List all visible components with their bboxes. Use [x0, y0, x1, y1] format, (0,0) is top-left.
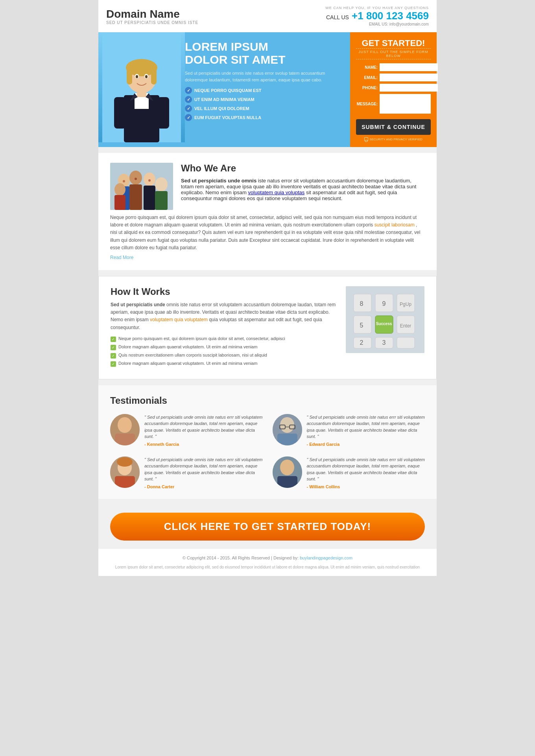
who-we-are-image: [110, 163, 173, 210]
testimonial-name-1: - Kenneth Garcia: [144, 442, 263, 447]
green-check-1: [111, 337, 116, 342]
how-item-2: Dolore magnam aliquam quaerat voluptatem…: [111, 344, 338, 350]
svg-rect-45: [397, 337, 415, 348]
footer-copyright: © Copyright 2014 - 2015. All Rights Rese…: [110, 555, 425, 561]
domain-name: Domain Name: [106, 8, 198, 20]
email-field-group: EMAIL:: [356, 74, 431, 81]
lock-icon: [364, 137, 368, 141]
testimonial-text-4: " Sed ut perspiciatis unde omnis iste na…: [307, 456, 425, 482]
how-content: How It Works Sed ut perspiciatis unde om…: [111, 286, 338, 369]
header-logo: Domain Name SED UT PERSPICIATIS UNDE OMN…: [106, 8, 198, 25]
how-inner-layout: How It Works Sed ut perspiciatis unde om…: [111, 286, 424, 369]
how-title: How It Works: [111, 286, 338, 297]
footer-link[interactable]: buylandingpagedesign.com: [300, 556, 352, 560]
email-link[interactable]: info@yourdomain.com: [389, 22, 429, 26]
testimonial-content-3: " Sed ut perspiciatis unde omnis iste na…: [144, 456, 263, 489]
who-paragraph-1: Sed ut perspiciatis unde omnis iste natu…: [181, 178, 425, 201]
testimonial-photo-4: [273, 456, 302, 488]
testimonial-1: " Sed ut perspiciatis unde omnis iste na…: [110, 414, 263, 447]
email-input[interactable]: [380, 74, 438, 81]
form-title: GET STARTED!: [356, 38, 431, 48]
green-check-2: [111, 345, 116, 350]
svg-rect-22: [144, 186, 155, 210]
hero-description: Sed ut perspiciatis unde omnis iste natu…: [185, 70, 346, 83]
who-link-1[interactable]: voluptatem quia voluptas: [248, 189, 305, 195]
who-link-2[interactable]: suscipit laboriosam: [374, 222, 415, 228]
checklist-item-2: UT ENIM AD MINIMA VENIAM: [185, 96, 346, 103]
phone-number: CALL US +1 800 123 4569: [325, 10, 429, 22]
svg-point-10: [136, 75, 138, 78]
check-icon-1: [185, 87, 192, 94]
testimonial-content-2: " Sed ut perspiciatis unde omnis iste na…: [307, 414, 425, 447]
phone-input[interactable]: [380, 84, 438, 92]
name-input[interactable]: [380, 63, 438, 71]
how-it-works-section: How It Works Sed ut perspiciatis unde om…: [98, 276, 437, 379]
check-icon-2: [185, 96, 192, 103]
testimonial-photo-1: [110, 414, 140, 445]
testimonial-text-2: " Sed ut perspiciatis unde omnis iste na…: [307, 414, 425, 440]
testimonial-photo-3: [110, 456, 140, 488]
site-header: Domain Name SED UT PERSPICIATIS UNDE OMN…: [98, 0, 437, 32]
get-started-form: GET STARTED! JUST FILL OUT THE SIMPLE FO…: [350, 32, 437, 147]
check-icon-4: [185, 114, 192, 121]
how-it-works-image: 8 9 PgUp 5 Success Enter 2 3: [346, 286, 424, 353]
svg-rect-6: [127, 67, 132, 85]
message-field-group: MESSAGE:: [356, 94, 431, 114]
submit-button[interactable]: SUBMIT & CONTINUE: [356, 119, 431, 135]
svg-rect-26: [155, 191, 168, 210]
checklist-item-3: VEL ILLUM QUI DOLOREM: [185, 105, 346, 112]
who-we-are-text: Who We Are Sed ut perspiciatis unde omni…: [181, 163, 425, 210]
testimonial-4: " Sed ut perspiciatis unde omnis iste na…: [273, 456, 425, 489]
svg-text:8: 8: [360, 300, 363, 307]
cta-button[interactable]: CLICK HERE TO GET STARTED TODAY!: [110, 513, 425, 541]
cta-section: CLICK HERE TO GET STARTED TODAY!: [98, 505, 437, 548]
svg-rect-20: [129, 184, 142, 210]
site-footer: © Copyright 2014 - 2015. All Rights Rese…: [98, 548, 437, 576]
svg-point-49: [118, 417, 132, 433]
svg-text:Success: Success: [376, 322, 392, 326]
message-label: MESSAGE:: [356, 102, 378, 106]
svg-rect-7: [151, 67, 157, 85]
testimonial-name-4: - William Collins: [307, 484, 425, 489]
how-paragraph: Sed ut perspiciatis unde omnis iste natu…: [111, 301, 338, 331]
how-checklist: Neque porro quisquam est, qui dolorem ip…: [111, 336, 338, 367]
name-field-group: NAME:: [356, 63, 431, 71]
testimonial-text-1: " Sed ut perspiciatis unde omnis iste na…: [144, 414, 263, 440]
testimonials-section: Testimonials " Sed ut perspiciatis unde …: [98, 385, 437, 499]
who-we-are-section: Who We Are Sed ut perspiciatis unde omni…: [98, 153, 437, 270]
who-we-are-content: Who We Are Sed ut perspiciatis unde omni…: [110, 163, 425, 210]
svg-rect-53: [277, 434, 297, 445]
security-note: SECURITY AND PRIVACY VERIFIED: [356, 137, 431, 141]
testimonial-text-3: " Sed ut perspiciatis unde omnis iste na…: [144, 456, 263, 482]
svg-text:Enter: Enter: [400, 323, 411, 329]
hero-left-panel: LOREM IPSUM DOLOR SIT AMET Sed ut perspi…: [98, 32, 350, 147]
hero-checklist: NEQUE PORRO QUISQUAM EST UT ENIM AD MINI…: [185, 87, 346, 121]
who-we-are-title: Who We Are: [181, 163, 425, 174]
how-item-3: Quis nostrum exercitationem ullam corpor…: [111, 353, 338, 359]
svg-point-11: [145, 75, 148, 78]
phone-label: PHONE:: [356, 86, 378, 90]
who-paragraph-2: Neque porro quisquam est, qui dolorem ip…: [110, 214, 425, 252]
hero-headline: LOREM IPSUM DOLOR SIT AMET: [185, 40, 346, 66]
svg-point-27: [123, 180, 125, 182]
how-link[interactable]: voluptatem quia voluptatem: [150, 317, 208, 322]
svg-rect-15: [157, 97, 169, 129]
svg-point-23: [114, 183, 125, 196]
email-address: EMAIL US: info@yourdomain.com: [325, 22, 429, 26]
can-help-text: WE CAN HELP YOU, IF YOU HAVE ANY QUESTIO…: [325, 6, 429, 10]
testimonial-name-2: - Edward Garcia: [307, 442, 425, 447]
green-check-3: [111, 353, 116, 359]
testimonial-name-3: - Donna Carter: [144, 484, 263, 489]
how-item-1: Neque porro quisquam est, qui dolorem ip…: [111, 336, 338, 342]
read-more-link[interactable]: Read More: [110, 255, 133, 260]
message-textarea[interactable]: [380, 94, 431, 114]
testimonial-content-4: " Sed ut perspiciatis unde omnis iste na…: [307, 456, 425, 489]
form-subtitle: JUST FILL OUT THE SIMPLE FORM BELOW: [356, 48, 431, 59]
tagline: SED UT PERSPICIATIS UNDE OMNIS ISTE: [106, 20, 198, 25]
testimonials-title: Testimonials: [110, 395, 425, 406]
svg-rect-14: [114, 97, 126, 129]
footer-small-text: Lorem ipsum dolor sit amet, consectetur …: [110, 564, 425, 570]
testimonial-content-1: " Sed ut perspiciatis unde omnis iste na…: [144, 414, 263, 447]
svg-rect-63: [277, 476, 297, 488]
svg-point-62: [280, 460, 294, 475]
